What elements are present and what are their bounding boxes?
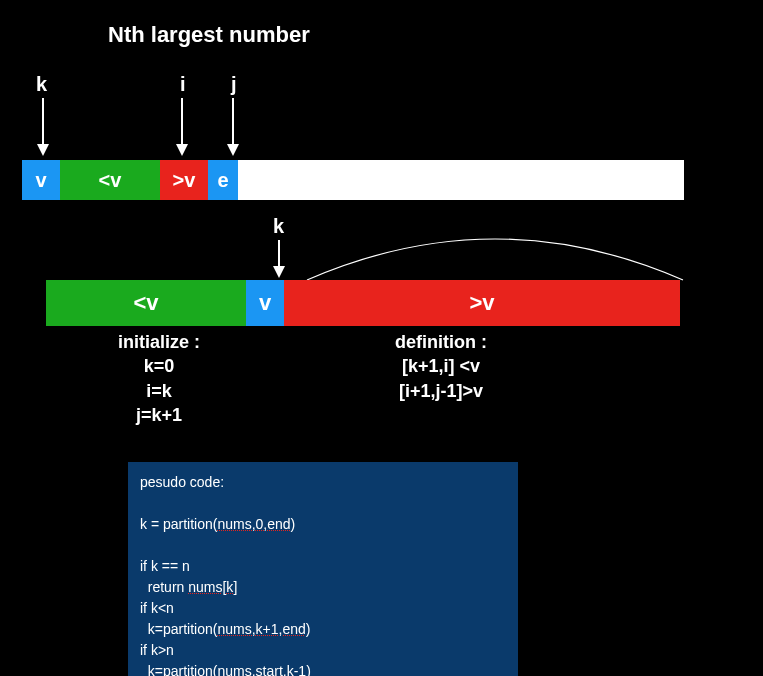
pointer-k-label: k xyxy=(36,73,47,96)
definition-line: [i+1,j-1]>v xyxy=(395,379,487,403)
partition-bar-result: <v v >v xyxy=(46,280,680,326)
svg-marker-1 xyxy=(37,144,49,156)
dotted-underline-text: nums[k xyxy=(188,579,233,595)
greater-than-segment: >v xyxy=(284,280,680,326)
definition-block: definition : [k+1,i] <v [i+1,j-1]>v xyxy=(395,330,487,403)
pivot-segment: v xyxy=(246,280,284,326)
definition-line: [k+1,i] <v xyxy=(395,354,487,378)
initialize-line: j=k+1 xyxy=(118,403,200,427)
arrow-down-icon xyxy=(270,240,288,278)
dotted-underline-text: nums,k+1,end xyxy=(217,621,305,637)
initialize-header: initialize : xyxy=(118,330,200,354)
pivot-segment: v xyxy=(22,160,60,200)
unprocessed-segment xyxy=(238,160,684,200)
arrow-down-icon xyxy=(34,98,52,156)
pseudocode-box: pesudo code: k = partition(nums,0,end) i… xyxy=(128,462,518,676)
definition-header: definition : xyxy=(395,330,487,354)
svg-marker-5 xyxy=(227,144,239,156)
pointer-k-label-row2: k xyxy=(273,215,284,238)
code-line: if k<n xyxy=(140,598,506,619)
initialize-block: initialize : k=0 i=k j=k+1 xyxy=(118,330,200,427)
initialize-line: i=k xyxy=(118,379,200,403)
greater-than-segment: >v xyxy=(160,160,208,200)
code-line: k=partition(nums,k+1,end) xyxy=(140,619,506,640)
arc-curve xyxy=(305,228,685,286)
svg-marker-7 xyxy=(273,266,285,278)
pointer-i-label: i xyxy=(180,73,186,96)
code-line: return nums[k] xyxy=(140,577,506,598)
code-line: k = partition(nums,0,end) xyxy=(140,514,506,535)
code-line: k=partition(nums,start,k-1) xyxy=(140,661,506,676)
code-line: if k>n xyxy=(140,640,506,661)
less-than-segment: <v xyxy=(60,160,160,200)
pointer-j-label: j xyxy=(231,73,237,96)
dotted-underline-text: nums,0,end xyxy=(217,516,290,532)
initialize-line: k=0 xyxy=(118,354,200,378)
partition-bar-initial: v <v >v e xyxy=(22,160,684,200)
end-segment: e xyxy=(208,160,238,200)
code-line xyxy=(140,535,506,556)
arrow-down-icon xyxy=(224,98,242,156)
dotted-underline-text: nums,start,k xyxy=(217,663,293,676)
svg-marker-3 xyxy=(176,144,188,156)
code-blank xyxy=(140,493,506,514)
code-line: if k == n xyxy=(140,556,506,577)
less-than-segment: <v xyxy=(46,280,246,326)
code-header: pesudo code: xyxy=(140,472,506,493)
arrow-down-icon xyxy=(173,98,191,156)
diagram-title: Nth largest number xyxy=(108,22,310,48)
